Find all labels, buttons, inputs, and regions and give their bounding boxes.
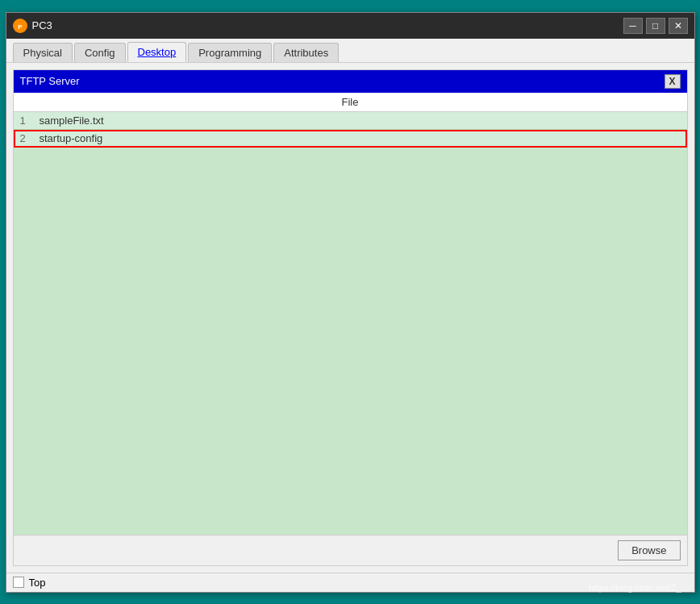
close-button[interactable]: ✕: [669, 18, 688, 34]
table-empty-area: [14, 148, 687, 535]
main-window: P PC3 ─ □ ✕ Physical Config Desktop Prog…: [6, 12, 695, 593]
title-bar: P PC3 ─ □ ✕: [6, 13, 694, 39]
panel-header: TFTP Server X: [14, 70, 687, 93]
window-controls: ─ □ ✕: [623, 18, 688, 34]
browse-button[interactable]: Browse: [618, 540, 680, 560]
tftp-panel: TFTP Server X File 1 sampleFile.txt 2 st…: [13, 69, 688, 566]
svg-text:P: P: [18, 23, 23, 31]
tab-attributes[interactable]: Attributes: [273, 43, 339, 62]
app-icon: P: [13, 19, 27, 33]
tab-desktop[interactable]: Desktop: [127, 42, 187, 62]
tab-physical[interactable]: Physical: [13, 43, 73, 62]
table-row[interactable]: 1 sampleFile.txt: [14, 112, 687, 130]
file-table: File 1 sampleFile.txt 2 startup-config: [14, 93, 687, 535]
title-bar-left: P PC3: [13, 19, 52, 33]
watermark: https://blog.csdn.net/Z_...: [589, 583, 689, 593]
bottom-bar: Browse: [14, 535, 687, 565]
window-title: PC3: [32, 19, 52, 31]
table-column-header: File: [14, 93, 687, 112]
minimize-button[interactable]: ─: [623, 18, 643, 34]
top-checkbox[interactable]: [13, 577, 24, 588]
tab-programming[interactable]: Programming: [188, 43, 272, 62]
panel-close-button[interactable]: X: [665, 74, 681, 89]
file-name: sampleFile.txt: [40, 115, 104, 127]
row-number: 1: [20, 115, 33, 127]
table-row[interactable]: 2 startup-config: [14, 130, 687, 148]
tab-config[interactable]: Config: [74, 43, 126, 62]
row-number: 2: [20, 132, 33, 144]
maximize-button[interactable]: □: [646, 18, 665, 34]
content-area: TFTP Server X File 1 sampleFile.txt 2 st…: [6, 63, 694, 573]
file-name: startup-config: [40, 132, 103, 144]
tab-bar: Physical Config Desktop Programming Attr…: [6, 39, 694, 63]
top-label: Top: [29, 577, 46, 589]
panel-title: TFTP Server: [20, 75, 80, 87]
